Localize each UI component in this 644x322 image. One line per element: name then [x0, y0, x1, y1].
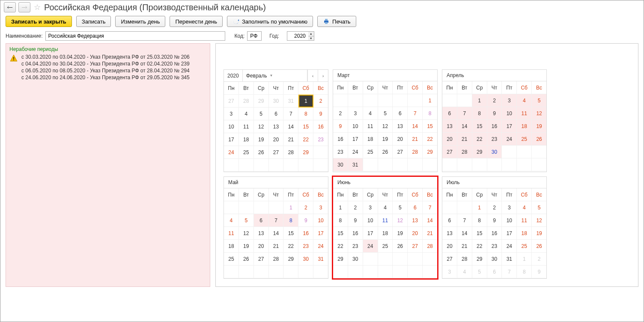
day-cell[interactable]: 18 — [378, 227, 393, 240]
day-cell[interactable]: 5 — [532, 94, 546, 107]
day-cell[interactable]: 6 — [254, 214, 269, 227]
day-cell[interactable]: 9 — [298, 214, 313, 227]
day-cell[interactable]: 13 — [408, 214, 423, 227]
move-day-button[interactable]: Перенести день — [170, 16, 223, 27]
day-cell[interactable]: 15 — [298, 120, 313, 133]
day-cell[interactable]: 22 — [298, 133, 313, 146]
day-cell[interactable]: 4 — [517, 201, 532, 214]
day-cell[interactable]: 6 — [408, 201, 423, 214]
day-cell[interactable]: 6 — [393, 107, 408, 120]
day-cell[interactable]: 6 — [269, 107, 284, 120]
day-cell[interactable]: 14 — [269, 227, 284, 240]
day-cell[interactable]: 4 — [378, 201, 393, 214]
day-cell[interactable]: 2 — [333, 107, 348, 120]
day-cell[interactable]: 12 — [532, 214, 546, 227]
save-button[interactable]: Записать — [76, 16, 111, 27]
year-down-button[interactable]: ▼ — [308, 36, 314, 41]
day-cell[interactable]: 7 — [457, 107, 472, 120]
day-cell[interactable]: 1 — [472, 94, 487, 107]
day-cell[interactable]: 15 — [333, 227, 348, 240]
day-cell[interactable]: 26 — [532, 133, 546, 146]
day-cell[interactable]: 20 — [442, 133, 457, 146]
day-cell[interactable]: 27 — [269, 146, 284, 159]
day-cell[interactable]: 26 — [378, 146, 393, 158]
day-cell[interactable]: 2 — [532, 253, 546, 265]
day-cell[interactable]: 10 — [313, 214, 328, 227]
day-cell[interactable]: 8 — [472, 214, 487, 227]
day-cell[interactable]: 18 — [224, 240, 239, 253]
day-cell[interactable]: 4 — [239, 107, 254, 120]
day-cell[interactable]: 23 — [298, 240, 313, 253]
day-cell[interactable]: 17 — [224, 133, 239, 146]
day-cell[interactable]: 12 — [378, 120, 393, 133]
day-cell[interactable]: 3 — [224, 107, 239, 120]
day-cell[interactable]: 1 — [517, 253, 532, 265]
day-cell[interactable]: 7 — [283, 107, 298, 120]
day-cell[interactable]: 22 — [472, 240, 487, 253]
day-cell[interactable]: 29 — [472, 253, 487, 265]
day-cell[interactable]: 13 — [442, 227, 457, 240]
day-cell[interactable]: 22 — [423, 133, 437, 146]
favorite-star-icon[interactable]: ☆ — [33, 3, 42, 12]
day-cell[interactable]: 16 — [487, 120, 502, 133]
day-cell[interactable]: 3 — [313, 201, 328, 214]
day-cell[interactable]: 19 — [254, 133, 269, 146]
day-cell[interactable]: 23 — [487, 240, 502, 253]
day-cell[interactable]: 14 — [457, 227, 472, 240]
day-cell[interactable]: 27 — [408, 240, 423, 253]
day-cell[interactable]: 19 — [532, 120, 546, 133]
day-cell[interactable]: 17 — [313, 227, 328, 240]
day-cell[interactable]: 24 — [348, 146, 363, 158]
day-cell[interactable]: 28 — [269, 253, 284, 265]
day-cell[interactable]: 11 — [378, 214, 393, 227]
day-cell[interactable]: 28 — [457, 253, 472, 265]
day-cell[interactable]: 20 — [442, 240, 457, 253]
day-cell[interactable]: 10 — [502, 214, 517, 227]
day-cell[interactable]: 1 — [283, 201, 298, 214]
day-cell[interactable]: 30 — [298, 253, 313, 265]
day-cell[interactable]: 28 — [457, 146, 472, 158]
day-cell[interactable]: 5 — [393, 201, 408, 214]
day-cell[interactable]: 8 — [283, 214, 298, 227]
day-cell[interactable]: 12 — [532, 107, 546, 120]
day-cell[interactable]: 23 — [333, 146, 348, 158]
day-cell[interactable]: 10 — [224, 120, 239, 133]
day-cell[interactable]: 30 — [333, 158, 348, 171]
day-cell[interactable]: 18 — [517, 120, 532, 133]
day-cell[interactable]: 23 — [313, 133, 328, 146]
day-cell[interactable]: 14 — [408, 120, 423, 133]
day-cell[interactable]: 31 — [283, 95, 298, 107]
day-cell[interactable]: 7 — [269, 214, 284, 227]
day-cell[interactable]: 21 — [269, 240, 284, 253]
day-cell[interactable]: 3 — [502, 201, 517, 214]
day-cell[interactable]: 31 — [313, 253, 328, 265]
day-cell[interactable]: 11 — [363, 120, 378, 133]
day-cell[interactable]: 9 — [313, 107, 328, 120]
day-cell[interactable]: 17 — [502, 120, 517, 133]
day-cell[interactable]: 30 — [487, 146, 502, 158]
day-cell[interactable]: 13 — [442, 120, 457, 133]
day-cell[interactable]: 9 — [348, 214, 363, 227]
day-cell[interactable]: 26 — [393, 240, 408, 253]
day-cell[interactable]: 1 — [423, 94, 437, 107]
day-cell[interactable]: 23 — [348, 240, 363, 253]
day-cell[interactable]: 3 — [442, 265, 457, 278]
day-cell[interactable]: 12 — [239, 227, 254, 240]
day-cell[interactable]: 14 — [423, 214, 437, 227]
day-cell[interactable]: 21 — [457, 133, 472, 146]
day-cell[interactable]: 29 — [423, 146, 437, 158]
day-cell[interactable]: 18 — [517, 227, 532, 240]
year-input[interactable] — [287, 31, 308, 41]
day-cell[interactable]: 8 — [517, 265, 532, 278]
day-cell[interactable]: 21 — [423, 227, 437, 240]
day-cell[interactable]: 17 — [363, 227, 378, 240]
day-cell[interactable]: 1 — [472, 201, 487, 214]
day-cell[interactable]: 12 — [393, 214, 408, 227]
day-cell[interactable]: 11 — [517, 214, 532, 227]
day-cell[interactable]: 24 — [502, 133, 517, 146]
save-and-close-button[interactable]: Записать и закрыть — [6, 16, 72, 27]
day-cell[interactable]: 22 — [472, 133, 487, 146]
day-cell[interactable]: 7 — [423, 201, 437, 214]
day-cell[interactable]: 29 — [254, 95, 269, 107]
day-cell[interactable]: 17 — [502, 227, 517, 240]
